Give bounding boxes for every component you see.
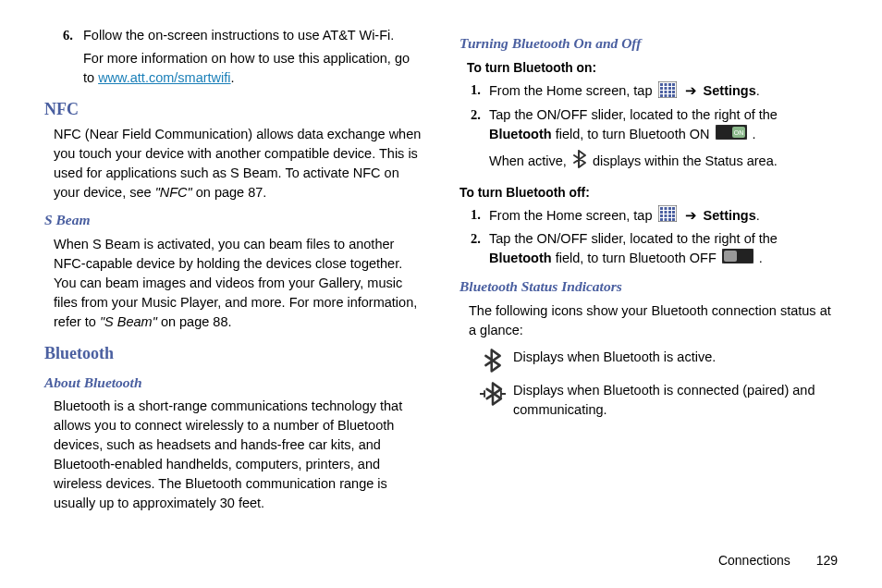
bluetooth-icon [572,149,587,175]
sbeam-body: When S Beam is activated, you can beam f… [54,235,423,332]
step-number: 6. [63,26,83,45]
slider-on-icon [716,125,747,145]
nfc-body: NFC (Near Field Communication) allows da… [54,125,423,202]
sbeam-heading: S Beam [44,210,423,230]
step-number: 2. [471,229,489,249]
step-number: 1. [471,80,489,100]
footer-section: Connections [718,553,790,568]
bluetooth-heading: Bluetooth [44,341,423,365]
step-number: 2. [471,105,489,125]
about-bluetooth-heading: About Bluetooth [44,373,423,393]
step-text: Tap the ON/OFF slider, located to the ri… [489,229,838,269]
smartwifi-link[interactable]: www.att.com/smartwifi [98,70,230,85]
page-footer: Connections 129 [718,551,838,570]
step-text: From the Home screen, tap ➔ Settings. [489,205,838,227]
off-label: To turn Bluetooth off: [459,184,838,202]
nfc-heading: NFC [44,97,423,121]
step-number: 1. [471,205,489,225]
slider-off-icon [722,249,753,269]
arrow-icon: ➔ [685,82,697,98]
step-text: Follow the on-screen instructions to use… [83,26,423,45]
bluetooth-paired-icon [472,381,513,407]
step-text: From the Home screen, tap ➔ Settings. [489,80,838,103]
right-column: Turning Bluetooth On and Off To turn Blu… [459,26,838,519]
bluetooth-active-icon [472,348,513,374]
on-label: To turn Bluetooth on: [467,59,838,78]
apps-grid-icon [658,205,677,227]
status-intro: The following icons show your Bluetooth … [469,301,838,340]
status-row-active: Displays when Bluetooth is active. [472,348,838,374]
footer-page: 129 [816,553,838,568]
status-row-paired: Displays when Bluetooth is connected (pa… [472,381,838,420]
apps-grid-icon [658,81,677,104]
arrow-icon: ➔ [685,207,697,223]
status-heading: Bluetooth Status Indicators [459,276,838,297]
about-bluetooth-body: Bluetooth is a short-range communication… [54,397,423,513]
nfc-ref: "NFC" [155,185,192,200]
step-extra: For more information on how to use this … [83,49,423,88]
turning-heading: Turning Bluetooth On and Off [459,33,838,54]
left-column: 6. Follow the on-screen instructions to … [44,26,423,519]
step-text: Tap the ON/OFF slider, located to the ri… [489,105,838,178]
sbeam-ref: "S Beam" [100,314,161,329]
